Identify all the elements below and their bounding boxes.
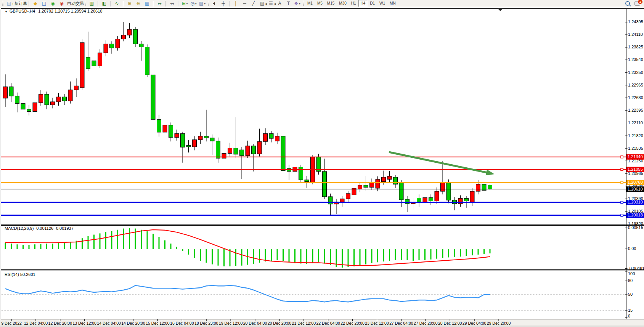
candle	[27, 105, 31, 115]
chevron-down-icon[interactable]: ▾	[299, 0, 300, 7]
timeframe-button-m30[interactable]: M30	[337, 0, 348, 7]
time-tick-label: 27 Dec 04:00	[389, 321, 413, 325]
candle	[293, 164, 297, 178]
chart-expander-icon[interactable]: ▼	[5, 10, 8, 13]
bar-chart-mode-icon[interactable]: ▥	[87, 0, 96, 7]
chat-icon[interactable]: 1	[634, 1, 640, 6]
auto-scroll-icon[interactable]: ↦	[155, 0, 164, 7]
templates-icon[interactable]: ▧▾	[198, 0, 207, 7]
candlestick-mode-icon: ◧	[102, 0, 106, 7]
add-indicator-icon[interactable]: ⊞▾	[180, 0, 189, 7]
support-line-1-handle[interactable]	[621, 201, 623, 204]
search-icon[interactable]	[625, 1, 630, 6]
zoom-in-icon[interactable]: ⊕	[125, 0, 134, 7]
resistance-line-2-handle[interactable]	[621, 168, 623, 171]
chevron-down-icon[interactable]: ▾	[204, 0, 206, 7]
signals-icon[interactable]: ◉	[48, 0, 57, 7]
trendline-icon[interactable]: ╱	[249, 0, 258, 7]
chart-canvas[interactable]: 1.243951.241101.238251.235401.232501.229…	[0, 7, 644, 327]
candle-body	[252, 146, 256, 154]
timeframe-button-m1[interactable]: M1	[305, 0, 315, 7]
price-tick-label: 1.21820	[628, 133, 643, 138]
candle	[216, 138, 220, 163]
arrows-icon: ❖	[294, 0, 298, 7]
time-tick-label: 14 Dec 04:00	[97, 321, 121, 325]
chart-shift-icon: ↤	[170, 0, 174, 7]
chart-ohlc-values: 1.20702 1.20715 1.20594 1.20610	[38, 9, 102, 13]
macd-indicator-label: MACD(12,26,9) -0.001126 -0.001937	[5, 226, 74, 231]
candle-body	[104, 44, 108, 53]
timeframe-button-h1[interactable]: H1	[349, 0, 358, 7]
candle-body	[346, 194, 350, 199]
horizontal-line-icon[interactable]: ─	[240, 0, 249, 7]
rsi-axis-label: 15	[628, 308, 633, 313]
macd-histogram-bar	[306, 249, 307, 264]
text-label-icon: T	[287, 0, 290, 7]
zoom-out-icon[interactable]: ⊖	[134, 0, 143, 7]
toolbar-grip	[303, 1, 304, 6]
vertical-line-icon[interactable]: │	[231, 0, 240, 7]
macd-histogram-bar	[253, 249, 254, 264]
chevron-down-icon[interactable]: ▾	[186, 0, 188, 7]
chart-shift-marker-icon[interactable]	[498, 9, 503, 11]
macd-histogram-bar	[360, 249, 361, 265]
macd-histogram-bar	[348, 249, 349, 267]
candle	[364, 176, 368, 191]
candle	[263, 128, 268, 145]
periods-icon[interactable]: ◷▾	[189, 0, 198, 7]
candle	[45, 91, 49, 109]
rsi-axis-label: 50	[628, 292, 633, 297]
macd-histogram-bar	[289, 249, 290, 262]
line-chart-mode-icon[interactable]: ∿	[112, 0, 121, 7]
macd-histogram-bar	[164, 240, 165, 249]
tile-windows-icon[interactable]: ▦	[143, 0, 151, 7]
cursor-icon[interactable]: ➤	[210, 0, 219, 7]
candle-body	[74, 86, 79, 90]
text-icon[interactable]: A	[275, 0, 284, 7]
trend-arrow-annotation[interactable]	[389, 152, 495, 175]
timeframe-button-m15[interactable]: M15	[325, 0, 337, 7]
candle-body	[98, 53, 102, 66]
fibonacci-icon[interactable]: ☰F	[267, 0, 275, 7]
equidistant-channel-icon[interactable]: ▨E	[258, 0, 267, 7]
resistance-line-2-price-label: 1.21055	[628, 167, 643, 172]
market-watch-icon: ◫	[42, 0, 46, 7]
arrows-icon[interactable]: ❖▾	[293, 0, 302, 7]
new-chart-icon[interactable]: ◆	[31, 0, 40, 7]
crosshair-icon[interactable]: ┼	[219, 0, 228, 7]
new-order-button[interactable]: ▤+	[5, 0, 13, 7]
candle	[163, 117, 167, 135]
macd-histogram-bar	[300, 249, 302, 263]
timeframe-button-w1[interactable]: W1	[377, 0, 387, 7]
market-watch-icon[interactable]: ◫	[40, 0, 48, 7]
candle	[399, 180, 403, 207]
chart-shift-icon[interactable]: ↤	[168, 0, 177, 7]
price-tick-label: 1.22965	[628, 83, 643, 87]
candle	[305, 176, 309, 188]
candle-body	[240, 150, 244, 155]
resistance-line-1-handle[interactable]	[621, 156, 623, 158]
autotrading-button[interactable]: ◉	[57, 0, 66, 7]
text-label-icon[interactable]: T	[284, 0, 293, 7]
timeframe-button-h4[interactable]: H4	[358, 0, 368, 7]
time-tick-label: 12 Dec 20:00	[48, 321, 72, 325]
timeframe-button-m5[interactable]: M5	[315, 0, 325, 7]
chevron-down-icon[interactable]: ▾	[195, 0, 197, 7]
macd-histogram-bar	[46, 244, 47, 249]
candle	[133, 27, 138, 47]
macd-histogram-bar	[123, 229, 124, 249]
pivot-line-orange-handle[interactable]	[621, 181, 623, 184]
candle	[257, 129, 262, 157]
support-line-2-handle[interactable]	[621, 214, 623, 216]
toolbar-separator	[229, 1, 230, 6]
candle	[323, 159, 327, 199]
candlestick-mode-icon[interactable]: ◧	[100, 0, 109, 7]
new-order-button-label[interactable]: 新订单	[14, 1, 27, 6]
candle-body	[3, 87, 8, 98]
timeframe-button-mn[interactable]: MN	[387, 0, 398, 7]
timeframe-button-d1[interactable]: D1	[368, 0, 377, 7]
candle-body	[246, 146, 250, 155]
time-tick-label: 19 Dec 12:00	[219, 321, 243, 325]
candle	[269, 131, 273, 142]
autotrading-button-label[interactable]: 自动交易	[67, 1, 84, 6]
